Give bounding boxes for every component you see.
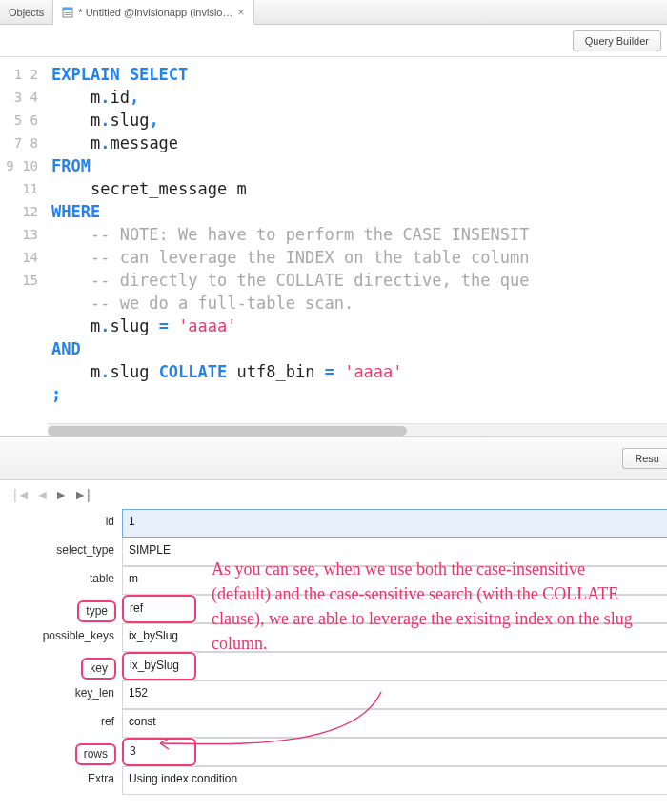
field-label: ref xyxy=(0,709,122,738)
sql-file-icon xyxy=(62,7,73,18)
tab-label: Objects xyxy=(9,7,44,18)
field-label: Extra xyxy=(0,766,122,795)
editor-toolbar: Query Builder xyxy=(0,25,667,57)
tab-objects[interactable]: Objects xyxy=(0,0,53,24)
field-value[interactable]: 3 xyxy=(122,738,196,766)
field-label: key xyxy=(0,652,122,680)
results-toolbar: Resu xyxy=(0,436,667,480)
sql-editor[interactable]: 1 2 3 4 5 6 7 8 9 10 11 12 13 14 15 EXPL… xyxy=(0,57,667,436)
tab-untitled[interactable]: * Untitled @invisionapp (invisio… × xyxy=(53,0,253,25)
field-value[interactable]: ix_bySlug xyxy=(122,652,196,680)
result-form: As you can see, when we use both the cas… xyxy=(0,509,667,812)
result-row-Extra: ExtraUsing index condition xyxy=(0,766,667,795)
result-row-key_len: key_len152 xyxy=(0,680,667,709)
query-builder-button[interactable]: Query Builder xyxy=(573,30,661,51)
field-label: possible_keys xyxy=(0,623,122,652)
field-label: type xyxy=(0,595,122,623)
nav-next-icon[interactable]: ► xyxy=(54,487,68,502)
field-value[interactable]: Using index condition xyxy=(122,766,667,795)
field-label: select_type xyxy=(0,538,122,566)
result-row-id: id1 xyxy=(0,509,667,538)
field-value[interactable]: const xyxy=(122,709,667,738)
nav-prev-icon[interactable]: ◄ xyxy=(36,487,50,502)
result-row-ref: refconst xyxy=(0,709,667,738)
result-row-key: keyix_bySlug xyxy=(0,652,667,680)
results-tab-button[interactable]: Resu xyxy=(622,448,667,469)
tab-label: * Untitled @invisionapp (invisio… xyxy=(78,7,232,18)
record-nav: |◄ ◄ ► ►| xyxy=(0,480,667,509)
svg-rect-2 xyxy=(65,12,71,13)
code-area[interactable]: EXPLAIN SELECT m.id, m.slug, m.message F… xyxy=(48,57,667,436)
field-value[interactable]: 152 xyxy=(122,680,667,709)
field-label: rows xyxy=(0,738,122,766)
field-value[interactable]: 1 xyxy=(122,509,667,538)
nav-last-icon[interactable]: ►| xyxy=(73,487,91,502)
scrollbar-thumb[interactable] xyxy=(48,426,407,436)
nav-first-icon[interactable]: |◄ xyxy=(13,487,30,502)
annotation-text: As you can see, when we use both the cas… xyxy=(212,557,645,656)
horizontal-scrollbar[interactable] xyxy=(48,423,667,436)
app-root: Objects * Untitled @invisionapp (invisio… xyxy=(0,0,667,812)
field-value[interactable]: ref xyxy=(122,595,196,623)
svg-rect-3 xyxy=(65,14,71,15)
field-label: table xyxy=(0,566,122,595)
line-gutter: 1 2 3 4 5 6 7 8 9 10 11 12 13 14 15 xyxy=(0,57,48,436)
close-icon[interactable]: × xyxy=(237,6,244,19)
field-label: key_len xyxy=(0,680,122,709)
tab-bar: Objects * Untitled @invisionapp (invisio… xyxy=(0,0,667,25)
result-row-rows: rows3 xyxy=(0,738,667,766)
svg-rect-1 xyxy=(63,8,72,10)
field-label: id xyxy=(0,509,122,538)
